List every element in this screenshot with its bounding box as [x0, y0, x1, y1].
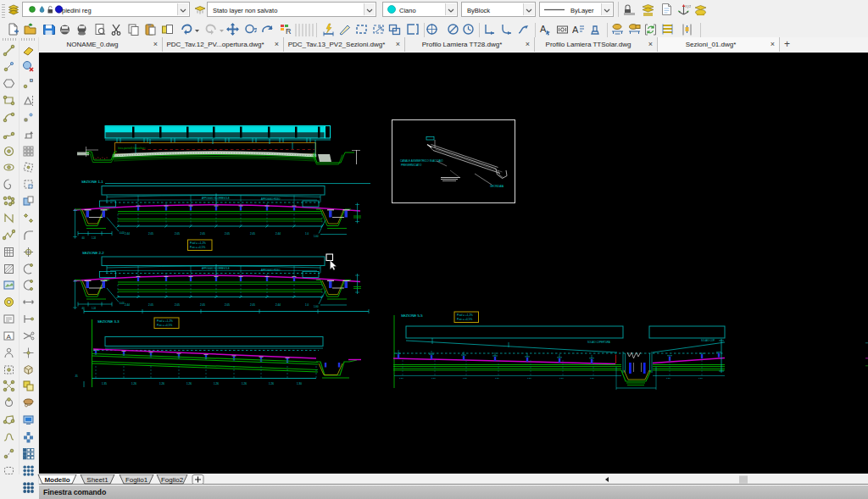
- svg-text:xyz: xyz: [685, 3, 691, 8]
- svg-text:2.05: 2.05: [200, 303, 205, 307]
- svg-text:1.26: 1.26: [214, 382, 219, 385]
- svg-text:1.26: 1.26: [559, 377, 564, 380]
- svg-text:2.05: 2.05: [175, 303, 180, 307]
- svg-text:P.zo = +0,5%: P.zo = +0,5%: [190, 246, 205, 249]
- svg-text:1.35: 1.35: [102, 382, 107, 385]
- svg-text:.60: .60: [81, 307, 85, 310]
- svg-text:1.26: 1.26: [159, 382, 164, 385]
- svg-text:APPOGGIO FISSO: APPOGGIO FISSO: [261, 197, 280, 201]
- svg-text:1.26: 1.26: [463, 377, 467, 380]
- svg-text:1.00: 1.00: [314, 305, 319, 308]
- svg-text:1.26: 1.26: [242, 382, 247, 385]
- svg-text:Sheet1: Sheet1: [86, 476, 108, 484]
- svg-text:CANALE ASIMMETRICO IN ACCIAIO: CANALE ASIMMETRICO IN ACCIAIO: [400, 159, 443, 163]
- svg-text:1.26: 1.26: [186, 382, 192, 385]
- svg-text:2.44: 2.44: [125, 303, 130, 307]
- svg-text:P.sol = +1,2%: P.sol = +1,2%: [190, 241, 206, 245]
- svg-text:APPOGGIO FISSO: APPOGGIO FISSO: [261, 269, 280, 272]
- svg-text:2.05: 2.05: [250, 232, 255, 236]
- svg-text:2.05: 2.05: [225, 232, 230, 236]
- svg-text:SEZIONE 2-2: SEZIONE 2-2: [82, 251, 104, 255]
- svg-text:1.26: 1.26: [131, 382, 136, 385]
- svg-text:1.26: 1.26: [666, 377, 670, 380]
- svg-text:1.26: 1.26: [698, 377, 703, 380]
- svg-text:SOLAIO COP.: SOLAIO COP.: [701, 339, 715, 342]
- svg-text:0.44: 0.44: [120, 231, 125, 235]
- svg-text:2.44: 2.44: [275, 232, 281, 236]
- svg-text:P.zo = +0,5%: P.zo = +0,5%: [157, 324, 172, 327]
- svg-text:SOLAIO COPERTURA: SOLAIO COPERTURA: [587, 341, 610, 344]
- svg-text:1.30: 1.30: [297, 382, 302, 385]
- svg-text:linea pannelli fotovoltaici: linea pannelli fotovoltaici: [118, 147, 146, 150]
- svg-text:2.05: 2.05: [175, 232, 180, 236]
- svg-text:Modello: Modello: [44, 476, 70, 484]
- svg-text:APPOGGIO SCORREVOLE: APPOGGIO SCORREVOLE: [202, 267, 230, 270]
- svg-text:SEZIONE 5-5: SEZIONE 5-5: [401, 313, 423, 318]
- svg-text:P.zo = +0,5%: P.zo = +0,5%: [457, 318, 472, 321]
- svg-text:2.05: 2.05: [250, 303, 255, 307]
- svg-text:1.00: 1.00: [314, 235, 319, 238]
- svg-text:A: A: [572, 25, 579, 35]
- svg-text:2.05: 2.05: [148, 232, 153, 236]
- svg-text:1.26: 1.26: [269, 382, 274, 385]
- svg-text:PREVERNICIATO: PREVERNICIATO: [401, 164, 422, 167]
- svg-text:2.44: 2.44: [125, 232, 130, 236]
- svg-text:1.26: 1.26: [495, 377, 499, 380]
- svg-text:1.26: 1.26: [527, 377, 531, 380]
- svg-text:Foglio2: Foglio2: [161, 476, 184, 484]
- svg-text:P.sol = +1,2%: P.sol = +1,2%: [157, 319, 173, 323]
- svg-text:1.26: 1.26: [431, 377, 436, 380]
- svg-text:2.05: 2.05: [225, 303, 230, 307]
- svg-text:2.44: 2.44: [275, 303, 281, 307]
- svg-text:APPOGGIO SCORREVOLE: APPOGGIO SCORREVOLE: [202, 197, 230, 200]
- svg-text:1.0: 1.0: [305, 232, 309, 236]
- svg-text:1.26: 1.26: [399, 377, 403, 380]
- svg-text:A: A: [540, 24, 547, 34]
- svg-text:GRONDAIA: GRONDAIA: [490, 185, 504, 188]
- svg-text:1.24: 1.24: [92, 236, 97, 240]
- svg-text:Foglio1: Foglio1: [125, 476, 148, 484]
- svg-text:2.05: 2.05: [200, 232, 205, 236]
- svg-text:.35: .35: [75, 374, 78, 378]
- svg-text:1.24: 1.24: [92, 307, 97, 310]
- svg-text:P.sol = +1,2%: P.sol = +1,2%: [457, 313, 473, 317]
- svg-text:A: A: [7, 333, 12, 341]
- svg-text:R: R: [286, 27, 292, 36]
- svg-text:0.44: 0.44: [120, 302, 125, 305]
- svg-text:2.05: 2.05: [148, 303, 153, 307]
- svg-text:.60: .60: [81, 236, 85, 240]
- svg-text:SEZIONE 1-1: SEZIONE 1-1: [81, 180, 103, 184]
- svg-text:SEZIONE 3-3: SEZIONE 3-3: [97, 319, 120, 324]
- svg-text:1.0: 1.0: [305, 303, 309, 307]
- svg-text:1.26: 1.26: [590, 377, 594, 380]
